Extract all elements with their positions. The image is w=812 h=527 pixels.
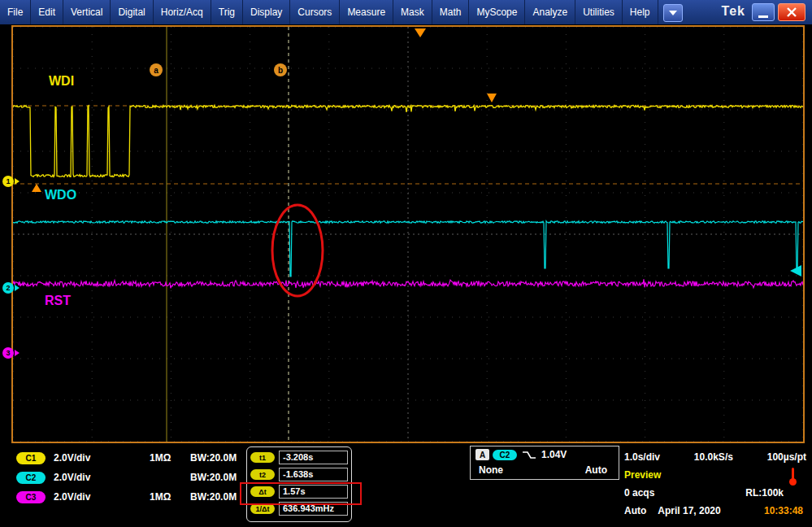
menu-item-horiz-acq[interactable]: Horiz/Acq: [154, 0, 211, 24]
ch3-badge[interactable]: C3: [16, 491, 46, 503]
trigger-source-badge: C2: [493, 450, 517, 460]
ch3-position-marker[interactable]: 3: [2, 347, 20, 359]
acq-count-row: 0 acqs RL:100k: [624, 484, 806, 502]
ch1-number: 1: [2, 176, 14, 187]
menu-bar: FileEditVerticalDigitalHoriz/AcqTrigDisp…: [0, 0, 812, 24]
ch3-arrow-icon: [15, 350, 20, 356]
menu-item-measure[interactable]: Measure: [340, 0, 393, 24]
graticule: WDI WDO RST a b: [13, 27, 803, 442]
menu-item-file[interactable]: File: [0, 0, 31, 24]
dt-highlight-rectangle: [240, 482, 362, 505]
minimize-icon: [758, 15, 768, 18]
ch1-reference-icon: [32, 184, 41, 192]
ch3-settings-row[interactable]: C3 2.0V/div 1MΩ BW:20.0M: [16, 487, 237, 507]
menu-item-trig[interactable]: Trig: [211, 0, 243, 24]
close-button[interactable]: [778, 3, 805, 21]
ch1-settings-row[interactable]: C1 2.0V/div 1MΩ BW:20.0M: [16, 448, 237, 468]
menu-item-help[interactable]: Help: [623, 0, 658, 24]
chevron-down-icon: [669, 11, 677, 15]
trigger-row: A C2 1.04V: [471, 446, 619, 463]
minimize-button[interactable]: [752, 3, 775, 21]
ch2-bandwidth: BW:20.0M: [190, 472, 237, 483]
trigger-level: 1.04V: [541, 449, 567, 460]
waveform-display[interactable]: WDI WDO RST a b 1 2 3: [11, 25, 805, 443]
acquisition-state: Preview: [624, 469, 661, 481]
trigger-system-badge: A: [475, 449, 489, 460]
ch1-arrow-icon: [15, 178, 20, 185]
menu-item-myscope[interactable]: MyScope: [469, 0, 525, 24]
tek-logo: Tek: [722, 4, 745, 19]
temperature-icon: [788, 468, 797, 487]
t1-value: -3.208s: [279, 451, 348, 464]
falling-edge-icon: [522, 450, 536, 460]
datetime-row: Auto April 17, 2020 10:33:48: [624, 502, 806, 520]
trigger-mode-status: Auto: [624, 505, 646, 516]
trigger-level-icon[interactable]: [487, 94, 497, 102]
menu-more-button[interactable]: [663, 4, 683, 22]
trigger-position-icon[interactable]: [415, 28, 426, 37]
ch2-position-marker[interactable]: 2: [2, 282, 20, 294]
trace-label-rst: RST: [45, 294, 71, 307]
trigger-mode-row: None Auto: [471, 464, 619, 476]
cursor-t1-row: t1 -3.208s: [247, 449, 351, 466]
ch2-scale: 2.0V/div: [54, 472, 150, 483]
date-text: April 17, 2020: [658, 505, 720, 516]
trace-label-wdo: WDO: [45, 188, 76, 202]
t2-value: -1.638s: [279, 468, 348, 481]
menu-item-edit[interactable]: Edit: [31, 0, 63, 24]
ch1-bandwidth: BW:20.0M: [190, 452, 237, 464]
readout-bar: C1 2.0V/div 1MΩ BW:20.0M C2 2.0V/div BW:…: [0, 443, 812, 527]
trigger-mode: Auto: [585, 464, 607, 476]
ch2-badge[interactable]: C2: [16, 472, 46, 484]
ch3-scale: 2.0V/div: [54, 491, 150, 503]
timebase-scale: 1.0s/div: [624, 451, 660, 463]
close-icon: [787, 7, 797, 17]
acq-state-row: Preview: [624, 466, 806, 484]
cursor-readout-panel: t1 -3.208s t2 -1.638s Δt 1.57s 1/Δt 636.…: [246, 446, 352, 522]
t2-badge: t2: [250, 469, 275, 480]
record-length: RL:100k: [745, 487, 784, 499]
menu-item-vertical[interactable]: Vertical: [63, 0, 111, 24]
trigger-type: None: [479, 464, 503, 476]
cursor-b-label: b: [278, 66, 283, 75]
ch2-offscreen-arrow-icon: [790, 265, 801, 277]
menu-item-mask[interactable]: Mask: [393, 0, 432, 24]
ch1-scale: 2.0V/div: [54, 452, 150, 464]
ch1-impedance: 1MΩ: [150, 452, 190, 464]
ch3-number: 3: [2, 347, 14, 359]
trace-label-wdi: WDI: [49, 74, 74, 88]
horizontal-panel: 1.0s/div 10.0kS/s 100µs/pt Preview 0 acq…: [624, 448, 806, 520]
acquisition-count: 0 acqs: [624, 487, 654, 499]
sample-rate: 10.0kS/s: [694, 451, 733, 463]
ch2-arrow-icon: [15, 285, 20, 291]
t1-badge: t1: [250, 452, 275, 463]
ch3-bandwidth: BW:20.0M: [190, 491, 237, 503]
ch2-settings-row[interactable]: C2 2.0V/div BW:20.0M: [16, 468, 237, 487]
ch1-position-marker[interactable]: 1: [2, 176, 20, 187]
ch1-badge[interactable]: C1: [16, 452, 46, 464]
time-text: 10:33:48: [764, 505, 806, 516]
ch2-number: 2: [2, 282, 14, 294]
menu-item-utilities[interactable]: Utilities: [575, 0, 623, 24]
resolution: 100µs/pt: [767, 451, 806, 463]
menu-item-digital[interactable]: Digital: [111, 0, 153, 24]
menu-item-cursors[interactable]: Cursors: [290, 0, 340, 24]
cursor-t2-row: t2 -1.638s: [247, 466, 351, 483]
trigger-panel[interactable]: A C2 1.04V None Auto: [470, 446, 619, 480]
timebase-row: 1.0s/div 10.0kS/s 100µs/pt: [624, 448, 806, 466]
menu-item-analyze[interactable]: Analyze: [525, 0, 575, 24]
menu-item-math[interactable]: Math: [432, 0, 470, 24]
channel-settings: C1 2.0V/div 1MΩ BW:20.0M C2 2.0V/div BW:…: [16, 448, 237, 507]
cursor-a-label: a: [154, 66, 158, 75]
ch3-impedance: 1MΩ: [150, 491, 190, 503]
menu-item-display[interactable]: Display: [243, 0, 290, 24]
